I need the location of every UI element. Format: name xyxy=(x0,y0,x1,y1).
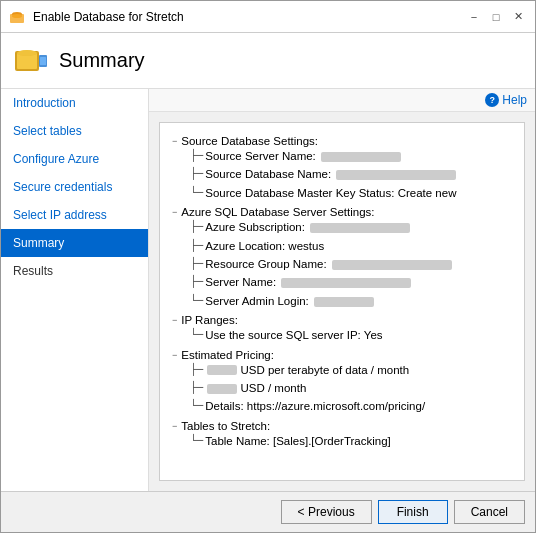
window-title: Enable Database for Stretch xyxy=(33,10,465,24)
azure-collapse-icon[interactable]: − xyxy=(172,207,177,217)
source-master-key-row: └─ Source Database Master Key Status: Cr… xyxy=(190,184,512,202)
azure-location-row: ├─ Azure Location: westus xyxy=(190,237,512,255)
table-name-row: └─ Table Name: [Sales].[OrderTracking] xyxy=(190,432,512,450)
finish-button[interactable]: Finish xyxy=(378,500,448,524)
cancel-button[interactable]: Cancel xyxy=(454,500,525,524)
sidebar: Introduction Select tables Configure Azu… xyxy=(1,89,149,491)
azure-subscription-row: ├─ Azure Subscription: xyxy=(190,218,512,236)
title-bar: Enable Database for Stretch − □ ✕ xyxy=(1,1,535,33)
sidebar-item-select-ip[interactable]: Select IP address xyxy=(1,201,148,229)
server-name-row: ├─ Server Name: xyxy=(190,273,512,291)
ip-collapse-icon[interactable]: − xyxy=(172,315,177,325)
previous-button[interactable]: < Previous xyxy=(281,500,372,524)
tables-section-header: − Tables to Stretch: xyxy=(172,420,512,432)
azure-section-header: − Azure SQL Database Server Settings: xyxy=(172,206,512,218)
help-icon: ? xyxy=(485,93,499,107)
footer: < Previous Finish Cancel xyxy=(1,491,535,532)
server-name-masked xyxy=(281,278,411,288)
source-server-row: ├─ Source Server Name: xyxy=(190,147,512,165)
database-icon xyxy=(13,43,49,79)
sidebar-item-results: Results xyxy=(1,257,148,285)
admin-login-masked xyxy=(314,297,374,307)
source-section-header: − Source Database Settings: xyxy=(172,135,512,147)
server-admin-row: └─ Server Admin Login: xyxy=(190,292,512,310)
window-icon xyxy=(9,9,25,25)
source-collapse-icon[interactable]: − xyxy=(172,136,177,146)
sidebar-item-introduction[interactable]: Introduction xyxy=(1,89,148,117)
close-button[interactable]: ✕ xyxy=(509,8,527,26)
pricing-per-tb-row: ├─ USD per terabyte of data / month xyxy=(190,361,512,379)
resource-group-row: ├─ Resource Group Name: xyxy=(190,255,512,273)
window-controls: − □ ✕ xyxy=(465,8,527,26)
help-label: Help xyxy=(502,93,527,107)
sidebar-item-configure-azure[interactable]: Configure Azure xyxy=(1,145,148,173)
price-month-masked xyxy=(207,384,237,394)
resource-group-masked xyxy=(332,260,452,270)
sidebar-item-summary[interactable]: Summary xyxy=(1,229,148,257)
tables-collapse-icon[interactable]: − xyxy=(172,421,177,431)
help-link[interactable]: ? Help xyxy=(485,93,527,107)
ip-use-source-row: └─ Use the source SQL server IP: Yes xyxy=(190,326,512,344)
help-bar: ? Help xyxy=(149,89,535,112)
right-panel: ? Help − Source Database Settings: xyxy=(149,89,535,491)
svg-point-6 xyxy=(17,50,37,56)
price-tb-masked xyxy=(207,365,237,375)
minimize-button[interactable]: − xyxy=(465,8,483,26)
summary-box: − Source Database Settings: ├─ Source Se… xyxy=(159,122,525,481)
pricing-per-month-row: ├─ USD / month xyxy=(190,379,512,397)
svg-rect-8 xyxy=(40,57,46,65)
pricing-collapse-icon[interactable]: − xyxy=(172,350,177,360)
source-server-masked xyxy=(321,152,401,162)
svg-point-2 xyxy=(12,14,22,18)
header: Summary xyxy=(1,33,535,89)
ip-section-header: − IP Ranges: xyxy=(172,314,512,326)
maximize-button[interactable]: □ xyxy=(487,8,505,26)
source-db-masked xyxy=(336,170,456,180)
subscription-masked xyxy=(310,223,410,233)
sidebar-item-select-tables[interactable]: Select tables xyxy=(1,117,148,145)
pricing-section-header: − Estimated Pricing: xyxy=(172,349,512,361)
page-title: Summary xyxy=(59,49,145,72)
content-body: Introduction Select tables Configure Azu… xyxy=(1,89,535,491)
source-database-row: ├─ Source Database Name: xyxy=(190,165,512,183)
main-window: Enable Database for Stretch − □ ✕ Summar… xyxy=(0,0,536,533)
sidebar-item-secure-credentials[interactable]: Secure credentials xyxy=(1,173,148,201)
pricing-details-row: └─ Details: https://azure.microsoft.com/… xyxy=(190,397,512,415)
content-area: Introduction Select tables Configure Azu… xyxy=(1,89,535,491)
